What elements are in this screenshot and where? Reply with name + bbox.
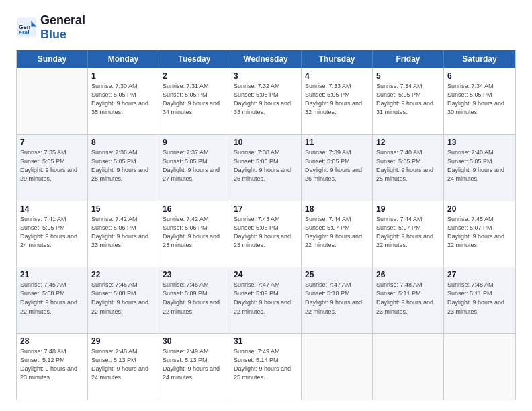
calendar-week-4: 28Sunrise: 7:48 AMSunset: 5:12 PMDayligh… (17, 333, 515, 400)
calendar-week-3: 21Sunrise: 7:45 AMSunset: 5:08 PMDayligh… (17, 267, 515, 333)
calendar-header-thursday: Thursday (302, 50, 373, 68)
day-number: 16 (163, 204, 226, 214)
day-number: 26 (376, 270, 440, 279)
calendar-week-1: 7Sunrise: 7:35 AMSunset: 5:05 PMDaylight… (17, 134, 515, 201)
day-info: Sunrise: 7:45 AMSunset: 5:08 PMDaylight:… (20, 281, 84, 316)
day-number: 28 (20, 336, 84, 346)
calendar-header-saturday: Saturday (444, 50, 515, 68)
day-info: Sunrise: 7:48 AMSunset: 5:13 PMDaylight:… (91, 347, 155, 382)
day-info: Sunrise: 7:47 AMSunset: 5:09 PMDaylight:… (234, 281, 298, 316)
calendar-cell-3: 3Sunrise: 7:32 AMSunset: 5:05 PMDaylight… (230, 68, 302, 134)
calendar-header-tuesday: Tuesday (159, 50, 230, 68)
day-number: 11 (305, 138, 369, 147)
logo-text-blue: Blue (40, 28, 66, 41)
day-info: Sunrise: 7:43 AMSunset: 5:06 PMDaylight:… (234, 215, 298, 250)
calendar-cell-empty-4-6 (444, 334, 515, 400)
calendar-cell-27: 27Sunrise: 7:48 AMSunset: 5:11 PMDayligh… (444, 267, 515, 333)
day-info: Sunrise: 7:48 AMSunset: 5:12 PMDaylight:… (20, 347, 84, 382)
calendar-cell-7: 7Sunrise: 7:35 AMSunset: 5:05 PMDaylight… (17, 135, 88, 201)
day-info: Sunrise: 7:48 AMSunset: 5:11 PMDaylight:… (447, 281, 512, 316)
day-info: Sunrise: 7:44 AMSunset: 5:07 PMDaylight:… (305, 215, 369, 250)
day-number: 23 (163, 270, 226, 279)
logo-text-general: General (40, 13, 85, 27)
day-info: Sunrise: 7:37 AMSunset: 5:05 PMDaylight:… (163, 148, 226, 183)
calendar-cell-24: 24Sunrise: 7:47 AMSunset: 5:09 PMDayligh… (230, 267, 302, 333)
calendar-cell-empty-4-4 (302, 334, 373, 400)
day-number: 1 (91, 71, 155, 81)
day-info: Sunrise: 7:36 AMSunset: 5:05 PMDaylight:… (91, 148, 155, 183)
day-number: 3 (234, 71, 298, 81)
calendar-cell-6: 6Sunrise: 7:34 AMSunset: 5:05 PMDaylight… (444, 68, 515, 134)
calendar-cell-8: 8Sunrise: 7:36 AMSunset: 5:05 PMDaylight… (88, 135, 159, 201)
day-info: Sunrise: 7:32 AMSunset: 5:05 PMDaylight:… (234, 82, 298, 117)
calendar-cell-30: 30Sunrise: 7:49 AMSunset: 5:13 PMDayligh… (159, 334, 230, 400)
day-info: Sunrise: 7:40 AMSunset: 5:05 PMDaylight:… (447, 148, 512, 183)
day-number: 7 (20, 138, 84, 147)
calendar-cell-23: 23Sunrise: 7:46 AMSunset: 5:09 PMDayligh… (159, 267, 230, 333)
calendar-cell-2: 2Sunrise: 7:31 AMSunset: 5:05 PMDaylight… (159, 68, 230, 134)
calendar-cell-14: 14Sunrise: 7:41 AMSunset: 5:05 PMDayligh… (17, 201, 88, 267)
calendar-cell-26: 26Sunrise: 7:48 AMSunset: 5:11 PMDayligh… (373, 267, 444, 333)
day-number: 15 (91, 204, 155, 214)
day-info: Sunrise: 7:49 AMSunset: 5:13 PMDaylight:… (163, 347, 226, 382)
calendar-cell-18: 18Sunrise: 7:44 AMSunset: 5:07 PMDayligh… (302, 201, 373, 267)
day-number: 19 (376, 204, 440, 214)
day-info: Sunrise: 7:42 AMSunset: 5:06 PMDaylight:… (163, 215, 226, 250)
calendar: SundayMondayTuesdayWednesdayThursdayFrid… (16, 50, 516, 400)
day-number: 24 (234, 270, 298, 279)
day-info: Sunrise: 7:41 AMSunset: 5:05 PMDaylight:… (20, 215, 84, 250)
day-info: Sunrise: 7:42 AMSunset: 5:06 PMDaylight:… (91, 215, 155, 250)
calendar-header-friday: Friday (373, 50, 444, 68)
day-number: 30 (163, 336, 226, 346)
day-info: Sunrise: 7:46 AMSunset: 5:09 PMDaylight:… (163, 281, 226, 316)
day-number: 25 (305, 270, 369, 279)
day-number: 9 (163, 138, 226, 147)
day-number: 29 (91, 336, 155, 346)
day-number: 6 (447, 71, 512, 81)
calendar-cell-4: 4Sunrise: 7:33 AMSunset: 5:05 PMDaylight… (302, 68, 373, 134)
calendar-cell-empty-4-5 (373, 334, 444, 400)
day-info: Sunrise: 7:44 AMSunset: 5:07 PMDaylight:… (376, 215, 440, 250)
calendar-cell-29: 29Sunrise: 7:48 AMSunset: 5:13 PMDayligh… (88, 334, 159, 400)
day-number: 13 (447, 138, 512, 147)
calendar-cell-17: 17Sunrise: 7:43 AMSunset: 5:06 PMDayligh… (230, 201, 302, 267)
calendar-header-monday: Monday (88, 50, 159, 68)
day-number: 27 (447, 270, 512, 279)
day-info: Sunrise: 7:34 AMSunset: 5:05 PMDaylight:… (447, 82, 512, 117)
calendar-cell-19: 19Sunrise: 7:44 AMSunset: 5:07 PMDayligh… (373, 201, 444, 267)
day-number: 8 (91, 138, 155, 147)
calendar-cell-20: 20Sunrise: 7:45 AMSunset: 5:07 PMDayligh… (444, 201, 515, 267)
calendar-cell-25: 25Sunrise: 7:47 AMSunset: 5:10 PMDayligh… (302, 267, 373, 333)
calendar-cell-1: 1Sunrise: 7:30 AMSunset: 5:05 PMDaylight… (88, 68, 159, 134)
calendar-week-2: 14Sunrise: 7:41 AMSunset: 5:05 PMDayligh… (17, 201, 515, 267)
header: Gen eral General Blue (16, 13, 516, 42)
day-info: Sunrise: 7:46 AMSunset: 5:08 PMDaylight:… (91, 281, 155, 316)
day-number: 21 (20, 270, 84, 279)
calendar-cell-empty-0-0 (17, 68, 88, 134)
day-number: 5 (376, 71, 440, 81)
calendar-cell-28: 28Sunrise: 7:48 AMSunset: 5:12 PMDayligh… (17, 334, 88, 400)
day-info: Sunrise: 7:30 AMSunset: 5:05 PMDaylight:… (91, 82, 155, 117)
calendar-week-0: 1Sunrise: 7:30 AMSunset: 5:05 PMDaylight… (17, 68, 515, 134)
logo-icon: Gen eral (16, 17, 38, 38)
day-info: Sunrise: 7:33 AMSunset: 5:05 PMDaylight:… (305, 82, 369, 117)
calendar-cell-22: 22Sunrise: 7:46 AMSunset: 5:08 PMDayligh… (88, 267, 159, 333)
calendar-cell-21: 21Sunrise: 7:45 AMSunset: 5:08 PMDayligh… (17, 267, 88, 333)
day-number: 14 (20, 204, 84, 214)
day-info: Sunrise: 7:35 AMSunset: 5:05 PMDaylight:… (20, 148, 84, 183)
day-number: 31 (234, 336, 298, 346)
calendar-cell-16: 16Sunrise: 7:42 AMSunset: 5:06 PMDayligh… (159, 201, 230, 267)
calendar-cell-13: 13Sunrise: 7:40 AMSunset: 5:05 PMDayligh… (444, 135, 515, 201)
day-number: 4 (305, 71, 369, 81)
svg-text:eral: eral (19, 29, 30, 36)
day-info: Sunrise: 7:48 AMSunset: 5:11 PMDaylight:… (376, 281, 440, 316)
calendar-cell-5: 5Sunrise: 7:34 AMSunset: 5:05 PMDaylight… (373, 68, 444, 134)
day-info: Sunrise: 7:49 AMSunset: 5:14 PMDaylight:… (234, 347, 298, 382)
day-info: Sunrise: 7:34 AMSunset: 5:05 PMDaylight:… (376, 82, 440, 117)
calendar-cell-15: 15Sunrise: 7:42 AMSunset: 5:06 PMDayligh… (88, 201, 159, 267)
day-number: 10 (234, 138, 298, 147)
day-info: Sunrise: 7:39 AMSunset: 5:05 PMDaylight:… (305, 148, 369, 183)
calendar-cell-11: 11Sunrise: 7:39 AMSunset: 5:05 PMDayligh… (302, 135, 373, 201)
day-info: Sunrise: 7:45 AMSunset: 5:07 PMDaylight:… (447, 215, 512, 250)
day-number: 17 (234, 204, 298, 214)
